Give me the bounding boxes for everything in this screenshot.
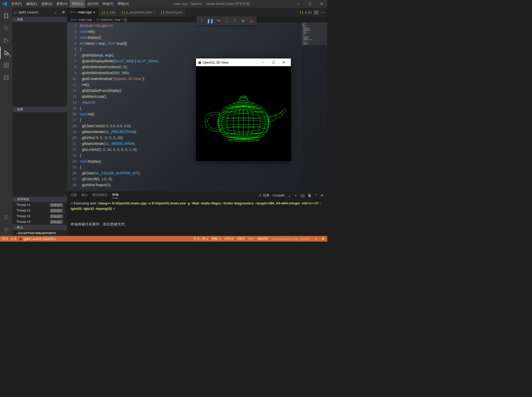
step-into-button[interactable]: ↓ xyxy=(223,17,230,24)
settings-gear-icon[interactable] xyxy=(0,224,12,236)
thread-row[interactable]: Thread #3正在运行 xyxy=(12,213,67,219)
menu-文件(F)[interactable]: 文件(F) xyxy=(9,0,24,8)
thread-row[interactable]: Thread #4正在运行 xyxy=(12,219,67,225)
menu-选择(S)[interactable]: 选择(S) xyxy=(39,0,54,8)
debug-status[interactable]: 🐞(gdb) Launch (OpenGL) xyxy=(18,237,56,241)
split-editor-icon[interactable]: ▯▯ xyxy=(314,10,319,15)
run-icon[interactable]: ▷ xyxy=(309,10,312,15)
svg-point-13 xyxy=(5,215,7,217)
tab-main.cpp[interactable]: C++main.cpp× xyxy=(67,8,99,17)
feedback-icon[interactable]: ☺ xyxy=(315,237,318,241)
kill-terminal-icon[interactable]: 🗑 xyxy=(308,193,311,197)
tab-extra-label: s xyxy=(305,10,307,14)
section-variables[interactable]: ⌄变量 xyxy=(12,17,67,22)
restart-button[interactable]: ↻ xyxy=(239,17,247,24)
menu-转到(G)[interactable]: 转到(G) xyxy=(70,0,85,8)
opengl-output-window[interactable]: ▦ OpenGL 3D View ─ ☐ ✕ xyxy=(196,58,291,161)
svg-point-26 xyxy=(228,140,259,142)
maximize-button[interactable]: ☐ xyxy=(304,0,316,8)
new-terminal-icon[interactable]: ＋ xyxy=(294,193,298,198)
tab-p_properties.json .\[interactable]: { }p_properties.json .\ xyxy=(119,8,158,17)
section-breakpoints[interactable]: ⌄断点 xyxy=(12,225,67,230)
explorer-icon[interactable] xyxy=(0,10,12,22)
start-debug-icon[interactable]: ▷ xyxy=(14,10,17,14)
encoding-status[interactable]: UTF-8 xyxy=(224,237,233,241)
svg-point-7 xyxy=(7,53,9,55)
vscode-logo-icon xyxy=(0,2,9,6)
exception-breakpoints-row[interactable]: ›EXCEPTION BREAKPOINTS xyxy=(12,230,67,236)
gl-maximize-button[interactable]: ☐ xyxy=(268,61,279,64)
terminal-selector[interactable]: 2: 任务 - Compile xyxy=(259,193,285,198)
minimize-button[interactable]: ─ xyxy=(293,0,304,8)
section-watch[interactable]: ⌄监视 xyxy=(12,107,67,112)
notifications-icon[interactable]: 🔔 xyxy=(321,237,325,241)
window-title: main.cpp - OpenGL - Visual Studio Code [… xyxy=(131,2,293,6)
bottom-panel: 问题输出调试控制台终端 2: 任务 - Compile ⌄ ＋ ▯▯ 🗑 ⌃ ✕… xyxy=(67,191,327,236)
minimap[interactable]: ████████████████████████████████████████… xyxy=(302,22,327,191)
panel-tab-输出[interactable]: 输出 xyxy=(81,193,88,198)
gl-close-button[interactable]: ✕ xyxy=(279,61,289,64)
terminal-close-hint: 终端将被任务重用，按任意键关闭。 xyxy=(71,222,324,227)
language-status[interactable]: C++ xyxy=(249,237,254,241)
menu-查看(V)[interactable]: 查看(V) xyxy=(54,0,69,8)
compiler-status[interactable]: MinGW xyxy=(258,237,268,241)
thread-row[interactable]: Thread #2正在运行 xyxy=(12,208,67,213)
cursor-position[interactable]: 行 6，列 1 xyxy=(193,237,208,241)
gl-minimize-button[interactable]: ─ xyxy=(258,61,268,64)
window-controls: ─ ☐ ✕ xyxy=(293,0,327,8)
svg-rect-8 xyxy=(4,63,6,65)
debug-toolbar[interactable]: ⠿ ❚❚ ↷ ↓ ↑ ↻ ◻ xyxy=(197,16,257,25)
database-icon[interactable] xyxy=(0,71,12,84)
extensions-icon[interactable] xyxy=(0,59,12,71)
svg-line-36 xyxy=(210,114,212,115)
indent-status[interactable]: 空格: 2 xyxy=(211,237,221,241)
search-icon[interactable] xyxy=(0,22,12,34)
svg-line-3 xyxy=(7,29,8,31)
chevron-down-icon[interactable]: ⌄ xyxy=(288,193,291,197)
gl-window-title: OpenGL 3D View xyxy=(203,61,258,64)
section-callstack[interactable]: ⌄调用堆栈 xyxy=(12,196,67,202)
errors-count[interactable]: ⓧ0 xyxy=(2,236,8,241)
eol-status[interactable]: CRLF xyxy=(237,237,245,241)
warnings-count[interactable]: ⚠0 xyxy=(11,237,16,241)
split-terminal-icon[interactable]: ▯▯ xyxy=(301,193,305,197)
menu-bar: 文件(F)编辑(E)选择(S)查看(V)转到(G)运行(R)终端(T)帮助(H) xyxy=(9,0,131,8)
step-out-button[interactable]: ↑ xyxy=(231,17,238,24)
stop-button[interactable]: ◻ xyxy=(248,17,255,24)
run-debug-icon[interactable]: 1 xyxy=(0,47,12,59)
drag-handle-icon[interactable]: ⠿ xyxy=(198,17,206,24)
panel-close-icon[interactable]: ✕ xyxy=(321,193,324,197)
open-launch-json-icon[interactable]: ⚙ xyxy=(62,10,65,14)
json-file-icon: { } xyxy=(102,10,105,14)
step-over-button[interactable]: ↷ xyxy=(215,17,222,24)
source-control-icon[interactable] xyxy=(0,34,12,47)
menu-运行(R)[interactable]: 运行(R) xyxy=(85,0,100,8)
svg-line-37 xyxy=(210,128,212,129)
gl-canvas xyxy=(196,66,291,161)
thread-row[interactable]: Thread #1正在运行 xyxy=(12,202,67,208)
menu-编辑(E)[interactable]: 编辑(E) xyxy=(24,0,39,8)
close-tab-icon[interactable]: × xyxy=(93,10,95,14)
accounts-icon[interactable] xyxy=(0,211,12,224)
menu-终端(T)[interactable]: 终端(T) xyxy=(100,0,116,8)
panel-tab-调试控制台[interactable]: 调试控制台 xyxy=(92,193,108,198)
chevron-down-icon[interactable]: ⌄ xyxy=(54,10,57,14)
pause-button[interactable]: ❚❚ xyxy=(207,17,214,24)
minimap-viewport[interactable] xyxy=(302,22,327,45)
tab-c_cpp[interactable]: { }c_cpp xyxy=(99,8,119,17)
tab-launch.json[interactable]: { }launch.json xyxy=(158,8,186,17)
svg-point-14 xyxy=(5,229,7,231)
more-icon[interactable]: ⋯ xyxy=(321,10,325,15)
svg-line-40 xyxy=(275,115,276,119)
watermark: https://blog.csdn.net/qq_39586837 xyxy=(272,237,311,240)
close-button[interactable]: ✕ xyxy=(316,0,327,8)
panel-maximize-icon[interactable]: ⌃ xyxy=(314,193,318,197)
panel-tabs: 问题输出调试控制台终端 2: 任务 - Compile ⌄ ＋ ▯▯ 🗑 ⌃ ✕ xyxy=(67,191,327,200)
terminal-output[interactable]: > Executing task: clang++ D:\OpenGL\main… xyxy=(67,200,327,236)
json-icon: { } xyxy=(300,10,303,14)
gl-titlebar[interactable]: ▦ OpenGL 3D View ─ ☐ ✕ xyxy=(196,58,291,66)
panel-tab-终端[interactable]: 终端 xyxy=(112,193,118,198)
panel-tab-问题[interactable]: 问题 xyxy=(71,193,77,198)
launch-config-select[interactable]: (gdb) Launch xyxy=(18,10,53,14)
menu-帮助(H)[interactable]: 帮助(H) xyxy=(116,0,131,8)
